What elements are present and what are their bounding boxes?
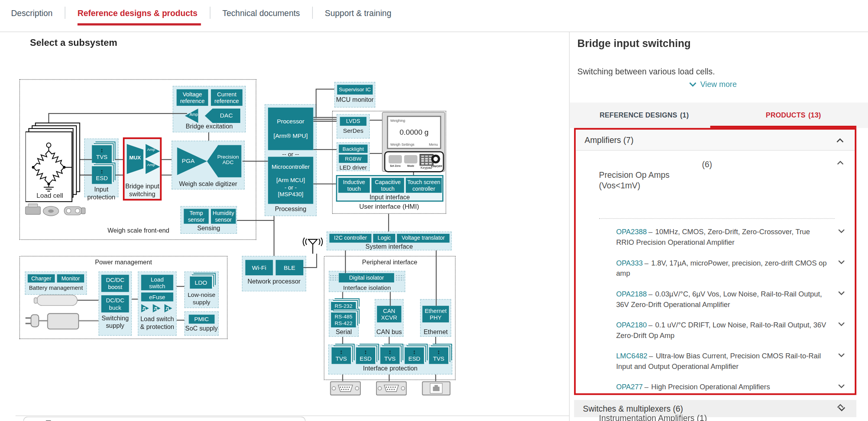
can-bus-label: CAN bus <box>375 329 404 336</box>
load-switch-block[interactable]: Load switch <box>141 275 173 291</box>
temp-sensor-block[interactable]: Temp sensor <box>184 209 209 224</box>
load-switch-triangles-icon <box>141 304 173 313</box>
product-part-link[interactable]: OPA2180 <box>616 320 646 329</box>
interface-protection-label: Interface protection <box>328 365 452 372</box>
current-reference-block[interactable]: Current reference <box>211 89 243 106</box>
input-interface-label: Input interface <box>336 194 443 201</box>
load-cell-figure[interactable] <box>25 122 83 203</box>
tvs-block[interactable]: ↕TVS <box>92 145 112 163</box>
digital-isolator-block[interactable]: Digital isolator <box>339 273 394 282</box>
tab-reference-designs-products[interactable]: Reference designs & products <box>77 0 210 25</box>
subcategory-precision-op-amps[interactable]: Precision Op Amps (Vos<1mV) (6) <box>599 159 835 213</box>
efuse-block[interactable]: eFuse <box>141 293 173 302</box>
can-xcvr-block[interactable]: CAN XCVR <box>377 306 401 322</box>
lvds-block[interactable]: LVDS <box>340 117 367 126</box>
logic-block[interactable]: Logic <box>373 234 395 243</box>
product-part-link[interactable]: OPA2188 <box>616 289 646 298</box>
ethernet-jack-icon <box>422 381 451 396</box>
voltage-reference-block[interactable]: Voltage reference <box>176 89 208 106</box>
bidirectional-arrow-icon: ↕ <box>100 148 103 154</box>
tvs-block[interactable]: ↕TVS <box>380 347 400 364</box>
interface-isolation-label: Interface isolation <box>329 284 405 291</box>
supervisor-ic-block[interactable]: Supervisor IC <box>337 85 373 94</box>
voltage-translator-block[interactable]: Voltage translator <box>397 234 449 243</box>
ble-block[interactable]: BLE <box>276 260 303 275</box>
display-mode-label: Weighing <box>390 119 405 123</box>
tab-description[interactable]: Description <box>11 0 65 25</box>
top-nav: Description Reference designs & products… <box>0 0 868 25</box>
antenna-icon <box>302 237 323 255</box>
monitor-block[interactable]: Monitor <box>57 274 84 282</box>
chevron-up-icon[interactable] <box>837 161 844 165</box>
tvs-block[interactable]: ↕TVS <box>429 347 448 364</box>
product-row-opa2180[interactable]: OPA2180–0.1 uV/°C DRIFT, Low Noise, Rail… <box>616 319 835 341</box>
processor-block[interactable]: Processor [Arm® MPU] <box>268 107 313 150</box>
precision-adc-label: Precision ADC <box>215 154 241 166</box>
bridge-excitation-label: Bridge excitation <box>173 123 246 130</box>
chevron-down-icon[interactable] <box>838 291 845 295</box>
capacitive-touch-block[interactable]: Capacitive touch <box>371 178 404 193</box>
product-row-opa277[interactable]: OPA277–High Precision Operational Amplif… <box>616 381 835 392</box>
battery-cap-icon <box>34 298 38 304</box>
microcontroller-block[interactable]: Microcontroller [Arm MCU] - or - [MSP430… <box>268 157 313 204</box>
ethernet-phy-block[interactable]: Ethernet PHY <box>422 306 449 322</box>
serdes-label: SerDes <box>337 127 370 134</box>
amp-label: Amp <box>146 163 157 167</box>
pga-label: PGA <box>179 157 197 164</box>
chevron-up-icon[interactable] <box>836 138 843 143</box>
panel-tabbar: REFERENCE DESIGNS(1) PRODUCTS(13) <box>570 103 868 128</box>
pmic-block[interactable]: PMIC <box>189 314 214 323</box>
product-row-opa333[interactable]: OPA333–1.8V, 17µA, microPower, precision… <box>616 257 835 279</box>
load-switch-protection-label: Load switch & protection <box>138 316 176 331</box>
bridge-input-switching-label: Bridge input switching <box>121 183 164 198</box>
bidirectional-arrow-icon: ↕ <box>364 349 367 356</box>
product-row-opa2388[interactable]: OPA2388–10MHz, CMOS, Zero-Drift, Zero-Cr… <box>616 226 835 248</box>
dac-label: DAC <box>215 112 238 119</box>
i2c-controller-block[interactable]: I2C controller <box>330 234 372 243</box>
chevron-down-icon[interactable] <box>838 260 845 264</box>
chevron-down-icon[interactable] <box>838 384 845 388</box>
inductive-touch-block[interactable]: Inductive touch <box>338 178 370 193</box>
power-adapter-icon <box>24 311 102 332</box>
scale-display: Weighing 0.0000 g Weigh Settings Menu <box>387 116 441 149</box>
chevron-down-icon[interactable] <box>838 352 845 357</box>
set-zero-button <box>389 155 402 163</box>
dcdc-boost-block[interactable]: DC/DC boost <box>101 275 129 292</box>
ldo-block[interactable]: LDO <box>190 276 212 289</box>
chevron-down-icon[interactable] <box>838 228 845 233</box>
tvs-block[interactable]: ↕TVS <box>331 347 351 364</box>
led-driver-label: LED driver <box>337 164 370 171</box>
weigh-settings-label: Weigh Settings <box>390 143 414 146</box>
rs485-rs422-block[interactable]: RS-485 RS-422 <box>331 313 356 327</box>
nav-divider <box>65 7 65 19</box>
product-row-opa2188[interactable]: OPA2188–0.03µV/°C, 6µV Vos, Low Noise, R… <box>616 288 835 310</box>
tab-products[interactable]: PRODUCTS(13) <box>719 103 868 128</box>
view-more-link[interactable]: View more <box>569 80 857 89</box>
db9-connector-icon <box>376 381 407 396</box>
subcategory-instrumentation-amplifiers[interactable]: Instrumentation Amplifiers (1) <box>599 402 835 421</box>
esd-block[interactable]: ↕ESD <box>356 347 376 364</box>
touch-screen-controller-block[interactable]: Touch screen controller <box>406 178 442 193</box>
chevron-up-icon[interactable] <box>837 404 844 408</box>
chevron-down-icon[interactable] <box>838 322 845 326</box>
charger-block[interactable]: Charger <box>28 274 55 282</box>
humidity-sensor-block[interactable]: Humidity sensor <box>211 209 236 224</box>
product-row-lmc6482[interactable]: LMC6482–Ultra-low Bias Current, Precisio… <box>616 351 835 372</box>
tab-reference-designs[interactable]: REFERENCE DESIGNS(1) <box>570 103 719 128</box>
product-part-link[interactable]: OPA2388 <box>616 228 646 236</box>
subsystem-panel-title: Bridge input switching <box>577 38 691 50</box>
chevron-down-icon <box>689 82 696 87</box>
product-part-link[interactable]: OPA333 <box>616 258 643 267</box>
esd-block[interactable]: ↕ESD <box>92 166 112 184</box>
tab-technical-documents[interactable]: Technical documents <box>222 0 312 25</box>
rs232-block[interactable]: RS-232 <box>331 302 356 310</box>
tab-support-training[interactable]: Support & training <box>325 0 403 25</box>
wifi-block[interactable]: Wi-Fi <box>245 260 273 275</box>
esd-block[interactable]: ↕ESD <box>405 347 424 364</box>
category-amplifiers[interactable]: Amplifiers (7) <box>576 130 855 151</box>
rgbw-block[interactable]: RGBW <box>339 155 368 163</box>
product-part-link[interactable]: LMC6482 <box>616 352 647 360</box>
dcdc-buck-block[interactable]: DC/DC buck <box>101 295 129 313</box>
product-part-link[interactable]: OPA277 <box>616 383 643 391</box>
backlight-block[interactable]: Backlight <box>339 145 368 153</box>
